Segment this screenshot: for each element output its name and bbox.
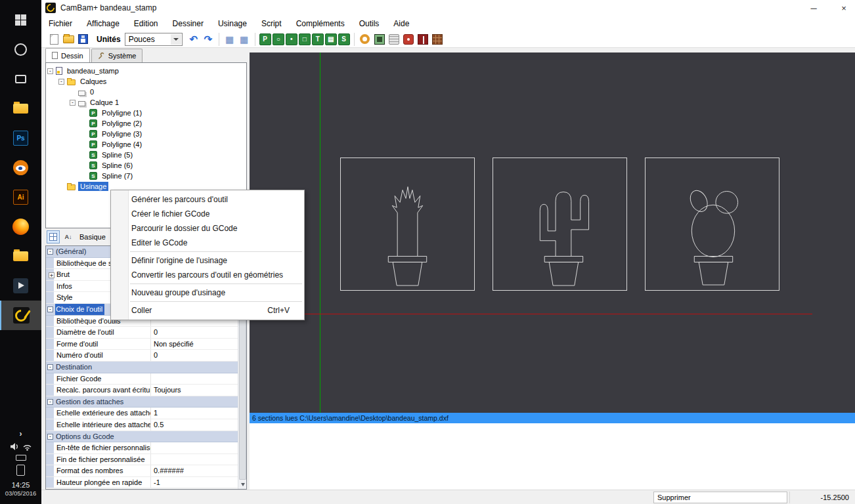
- categorized-view-button[interactable]: [47, 230, 60, 243]
- collapse-icon[interactable]: -: [47, 434, 53, 440]
- stamp-cactus-columnar[interactable]: [340, 158, 475, 291]
- tree-node[interactable]: 0: [46, 87, 246, 97]
- task-view-icon[interactable]: [0, 64, 41, 94]
- illustrator-icon[interactable]: Ai: [0, 182, 41, 212]
- property-row[interactable]: En-tête de fichier personnalisé: [46, 442, 238, 454]
- stamp-cactus-saguaro[interactable]: [493, 158, 627, 291]
- tree-node[interactable]: PPolyligne (4): [46, 139, 246, 150]
- tree-node[interactable]: -Calques: [46, 76, 246, 87]
- property-row[interactable]: Echelle extérieure des attaches1: [46, 408, 238, 419]
- minimize-button[interactable]: ─: [802, 0, 825, 16]
- property-value[interactable]: [151, 373, 238, 385]
- text-tool-icon[interactable]: T: [312, 33, 324, 45]
- save-icon[interactable]: [76, 33, 89, 46]
- property-value[interactable]: 0: [151, 327, 238, 338]
- property-row[interactable]: Echelle intérieure des attaches0.5: [46, 419, 238, 431]
- property-value[interactable]: 0.######: [151, 465, 238, 476]
- tab-systeme[interactable]: Système: [91, 49, 143, 62]
- lathe-icon[interactable]: [416, 33, 429, 46]
- cortana-icon[interactable]: [0, 35, 41, 64]
- expand-icon[interactable]: +: [49, 272, 55, 278]
- context-menu-item[interactable]: Editer le GCode: [111, 236, 304, 250]
- drill-icon[interactable]: [402, 33, 415, 46]
- collapse-icon[interactable]: -: [47, 364, 53, 370]
- show-grid-icon[interactable]: ▦: [238, 33, 251, 46]
- context-menu-item[interactable]: Parcourir le dossier du GCode: [111, 221, 304, 236]
- hidden-icons-chevron[interactable]: ›: [0, 429, 41, 438]
- photoshop-icon[interactable]: Ps: [0, 123, 41, 153]
- collapse-icon[interactable]: -: [47, 399, 53, 405]
- scroll-down-icon[interactable]: [238, 480, 247, 489]
- context-menu-item[interactable]: Convertir les parcours d'outil en géomét…: [111, 268, 304, 282]
- rectangle-tool-icon[interactable]: □: [299, 33, 311, 45]
- property-row[interactable]: Fin de fichier personnalisée: [46, 454, 238, 466]
- documents-folder-icon[interactable]: [0, 242, 41, 271]
- property-value[interactable]: 0.5: [151, 419, 238, 430]
- blender-icon[interactable]: [0, 153, 41, 182]
- tree-node[interactable]: -Calque 1: [46, 97, 246, 108]
- drawing-canvas[interactable]: [250, 52, 855, 413]
- category-row[interactable]: -Gestion des attaches: [46, 396, 238, 408]
- menubar-item[interactable]: Dessiner: [165, 17, 211, 30]
- tray-volume-network[interactable]: [0, 442, 41, 451]
- tree-expander[interactable]: -: [70, 100, 76, 106]
- polyline-tool-icon[interactable]: P: [259, 33, 271, 45]
- tablet-mode-button[interactable]: [0, 465, 41, 476]
- log-message-selected[interactable]: 6 sections lues C:\Users\amandine\Deskto…: [250, 413, 855, 423]
- menubar-item[interactable]: Affichage: [79, 17, 127, 30]
- tree-node[interactable]: PPolyligne (1): [46, 108, 246, 118]
- close-button[interactable]: ×: [833, 0, 855, 16]
- context-menu-item[interactable]: Générer les parcours d'outil: [111, 192, 304, 207]
- property-value[interactable]: -1: [151, 477, 238, 488]
- property-value[interactable]: [151, 442, 238, 453]
- tree-node[interactable]: -bandeau_stamp: [46, 66, 246, 76]
- surface-3d-icon[interactable]: [431, 33, 444, 46]
- tree-node[interactable]: SSpline (5): [46, 150, 246, 160]
- touch-keyboard-button[interactable]: [0, 455, 41, 461]
- engrave-icon[interactable]: [387, 33, 401, 46]
- property-row[interactable]: Format des nombres0.######: [46, 465, 238, 477]
- circle-tool-icon[interactable]: ○: [273, 33, 284, 45]
- menubar-item[interactable]: Fichier: [41, 17, 79, 30]
- open-folder-icon[interactable]: [62, 33, 75, 46]
- property-value[interactable]: 1: [151, 408, 238, 419]
- tree-node[interactable]: SSpline (6): [46, 160, 246, 171]
- property-row[interactable]: Forme d'outilNon spécifié: [46, 339, 238, 350]
- property-row[interactable]: Hauteur plongée en rapide-1: [46, 477, 238, 489]
- taskbar-clock[interactable]: 14:25 03/05/2016: [5, 480, 37, 497]
- property-row[interactable]: Diamètre de l'outil0: [46, 327, 238, 339]
- context-menu-item[interactable]: Créer le fichier GCode: [111, 207, 304, 221]
- media-app-icon[interactable]: [0, 271, 41, 301]
- tree-node[interactable]: PPolyligne (3): [46, 129, 246, 139]
- file-explorer-icon[interactable]: [0, 94, 41, 123]
- properties-view-label[interactable]: Basique: [79, 233, 106, 241]
- category-row[interactable]: -Destination: [46, 362, 238, 373]
- cambam-icon[interactable]: [0, 301, 41, 330]
- property-row[interactable]: Fichier Gcode: [46, 373, 238, 385]
- menubar-item[interactable]: Usinage: [211, 17, 254, 30]
- menubar-item[interactable]: Outils: [352, 17, 387, 30]
- surface-tool-icon[interactable]: ▤: [325, 33, 337, 45]
- units-select[interactable]: Pouces: [125, 33, 183, 46]
- profile-icon[interactable]: [359, 33, 372, 46]
- tab-dessin[interactable]: Dessin: [45, 48, 90, 62]
- context-menu-item[interactable]: Définir l'origine de l'usinage: [111, 253, 304, 268]
- windows-start-icon[interactable]: [0, 5, 41, 35]
- menubar-item[interactable]: Edition: [127, 17, 165, 30]
- redo-icon[interactable]: ↷: [202, 33, 215, 46]
- property-value[interactable]: Toujours: [151, 385, 238, 396]
- category-row[interactable]: -Options du Gcode: [46, 431, 238, 443]
- context-menu-item[interactable]: CollerCtrl+V: [111, 303, 304, 318]
- tree-node[interactable]: PPolyligne (2): [46, 118, 246, 129]
- undo-icon[interactable]: ↶: [187, 33, 200, 46]
- property-value[interactable]: Non spécifié: [151, 339, 238, 350]
- menubar-item[interactable]: Script: [254, 17, 289, 30]
- spline-tool-icon[interactable]: S: [338, 33, 350, 45]
- property-row[interactable]: Recalc. parcours avant écritureToujours: [46, 385, 238, 396]
- tree-expander[interactable]: -: [47, 68, 53, 74]
- menubar-item[interactable]: Aide: [386, 17, 416, 30]
- tree-node[interactable]: SSpline (7): [46, 171, 246, 181]
- context-menu-item[interactable]: Nouveau groupe d'usinage: [111, 285, 304, 300]
- firefox-icon[interactable]: [0, 212, 41, 242]
- property-row[interactable]: Numéro d'outil0: [46, 350, 238, 362]
